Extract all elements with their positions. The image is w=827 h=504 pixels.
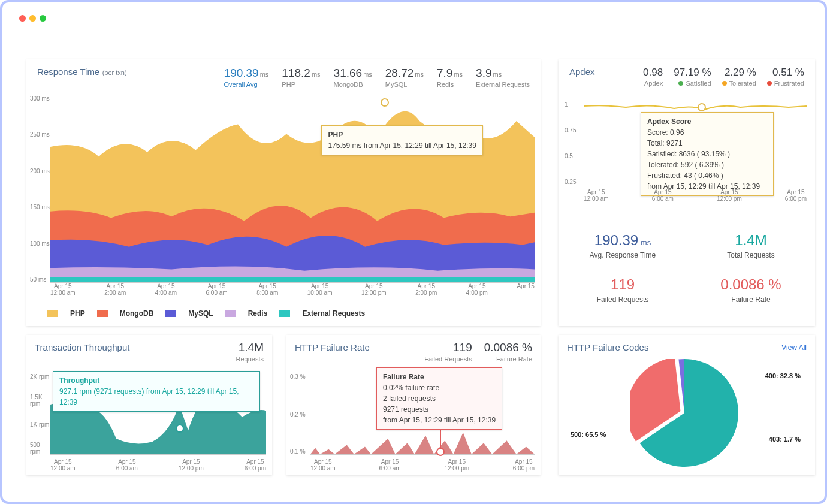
pane-http-failure-codes: HTTP Failure Codes View All 400: 32.8 % … (559, 335, 815, 475)
response-time-subtitle: (per txn) (102, 69, 127, 76)
apdex-stat-tolerated: 2.29 %Tolerated (722, 67, 756, 87)
response-time-legend[interactable]: PHPMongoDBMySQLRedisExternal Requests (47, 309, 377, 319)
failure-tooltip: Failure Rate 0.02% failure rate2 failed … (376, 367, 502, 430)
failure-codes-pie[interactable] (630, 359, 738, 467)
failure-chart[interactable]: Failure Rate 0.02% failure rate2 failed … (310, 373, 535, 455)
pane-http-failure-rate: HTTP Failure Rate 119Failed Requests0.00… (286, 335, 541, 475)
response-time-tooltip: PHP 175.59 ms from Apr 15, 12:29 till Ap… (321, 125, 482, 155)
response-time-title: Response Time (37, 67, 99, 77)
pie-label-403: 403: 1.7 % (769, 436, 801, 443)
pie-label-500: 500: 65.5 % (571, 431, 606, 438)
stat-mysql: 28.72msMySQL (385, 67, 424, 88)
pane-apdex: Apdex 0.98Apdex97.19 %Satisfied2.29 %Tol… (559, 59, 815, 326)
apdex-stat-apdex: 0.98Apdex (643, 67, 663, 87)
throughput-title: Transaction Throughput (35, 342, 129, 352)
throughput-tooltip: Throughput 927.1 rpm (9271 requests) fro… (53, 371, 260, 412)
view-all-link[interactable]: View All (781, 343, 807, 352)
pane-throughput: Transaction Throughput 1.4MRequests 2K r… (26, 335, 272, 475)
pane-response-time: Response Time (per txn) 190.39msOverall … (26, 59, 541, 326)
failure-title: HTTP Failure Rate (295, 342, 370, 352)
legend-mysql[interactable]: MySQL (165, 309, 213, 318)
legend-mongodb[interactable]: MongoDB (97, 309, 154, 318)
stat-redis: 7.9msRedis (437, 67, 463, 88)
stat-mongodb: 31.66msMongoDB (334, 67, 372, 88)
stat-external-requests: 3.9msExternal Requests (476, 67, 530, 88)
summary-total-requests: 1.4MTotal Requests (687, 232, 815, 259)
legend-external-requests[interactable]: External Requests (279, 309, 365, 318)
apdex-tooltip: Apdex Score Score: 0.96Total: 9271Satisf… (641, 112, 774, 196)
window-traffic-lights (19, 13, 50, 24)
pie-label-400: 400: 32.8 % (765, 372, 801, 379)
legend-php[interactable]: PHP (47, 309, 85, 318)
apdex-title: Apdex (569, 67, 595, 77)
legend-redis[interactable]: Redis (225, 309, 268, 318)
codes-title: HTTP Failure Codes (567, 342, 648, 352)
response-time-chart[interactable]: PHP 175.59 ms from Apr 15, 12:29 till Ap… (50, 95, 535, 283)
summary-failure-rate: 0.0086 %Failure Rate (687, 276, 815, 304)
stat-overall-avg: 190.39msOverall Avg (224, 67, 269, 88)
summary-failed-requests: 119Failed Requests (559, 276, 687, 304)
summary-avg-response-time: 190.39 msAvg. Response Time (559, 232, 687, 259)
throughput-chart[interactable]: Throughput 927.1 rpm (9271 requests) fro… (50, 373, 266, 455)
apdex-stat-satisfied: 97.19 %Satisfied (674, 67, 711, 87)
stat-php: 118.2msPHP (282, 67, 320, 88)
apdex-stat-frustrated: 0.51 %Frustrated (767, 67, 804, 87)
apdex-chart[interactable]: Apdex Score Score: 0.96Total: 9271Satisf… (584, 101, 807, 185)
